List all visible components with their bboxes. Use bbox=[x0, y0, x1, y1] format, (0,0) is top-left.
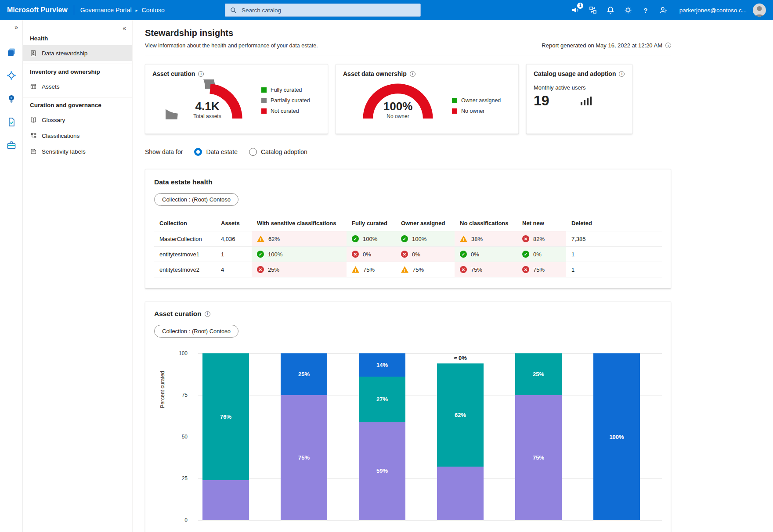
legend-swatch bbox=[452, 98, 457, 103]
legend-swatch bbox=[452, 108, 457, 114]
stacked-bar[interactable]: 76% bbox=[202, 353, 249, 520]
sidebar-item-classifications[interactable]: Classifications bbox=[23, 128, 132, 144]
rail-item-data-map[interactable] bbox=[0, 64, 23, 87]
settings-button[interactable] bbox=[621, 3, 636, 18]
radio-option-label: Catalog adoption bbox=[261, 148, 307, 155]
rail-item-data-share[interactable] bbox=[0, 133, 23, 157]
column-header[interactable]: Collection bbox=[154, 216, 216, 231]
bar-segment: 100% bbox=[593, 353, 640, 520]
asset-ownership-card: Asset data ownership i 100% No owner Own… bbox=[336, 64, 519, 134]
info-icon[interactable]: i bbox=[205, 311, 210, 317]
search-catalog-box[interactable] bbox=[225, 4, 421, 17]
rail-item-policy[interactable] bbox=[0, 110, 23, 133]
stacked-bar[interactable]: ≈ 0%62% bbox=[437, 363, 484, 520]
bar-chart-icon bbox=[580, 96, 592, 106]
sidebar-item-data-stewardship[interactable]: Data stewardship bbox=[23, 45, 132, 61]
check-icon: ✓ bbox=[401, 235, 408, 242]
bar-segment-label: 62% bbox=[455, 412, 466, 418]
radio-catalog-adoption[interactable]: Catalog adoption bbox=[249, 148, 307, 156]
curation-legend: Fully curatedPartially curatedNot curate… bbox=[261, 87, 310, 114]
table-row[interactable]: entitytestmove24✕25%!75%!75%✕75%✕75%1 bbox=[154, 262, 662, 277]
rail-item-insights[interactable] bbox=[0, 87, 23, 110]
summary-cards-row: Asset curation i 4.1K Total assets Fully… bbox=[145, 64, 671, 134]
legend-item: Fully curated bbox=[261, 87, 310, 93]
rail-item-data-catalog[interactable] bbox=[0, 40, 23, 64]
info-icon[interactable]: i bbox=[619, 71, 625, 77]
table-header-row: Collection Assets With sensitive classif… bbox=[154, 216, 662, 231]
radio-selected-icon[interactable] bbox=[194, 148, 202, 156]
table-row[interactable]: MasterCollection4,036!62%✓100%✓100%!38%✕… bbox=[154, 231, 662, 247]
app-brand[interactable]: Microsoft Purview bbox=[7, 6, 68, 14]
data-estate-health-card: Data estate health Collection : (Root) C… bbox=[145, 169, 671, 288]
info-icon[interactable]: i bbox=[410, 71, 415, 77]
radio-unselected-icon[interactable] bbox=[249, 148, 257, 156]
feedback-button[interactable] bbox=[656, 3, 671, 18]
stacked-bar[interactable]: 25%75% bbox=[281, 353, 327, 520]
table-cell: !75% bbox=[396, 262, 455, 277]
collection-filter-button[interactable]: Collection : (Root) Contoso bbox=[154, 325, 238, 338]
top-app-bar: Microsoft Purview Governance Portal ▸ Co… bbox=[0, 0, 773, 20]
question-mark-icon: ? bbox=[643, 7, 647, 14]
gridline bbox=[198, 478, 662, 479]
legend-item: Partially curated bbox=[261, 97, 310, 104]
check-icon: ✓ bbox=[522, 251, 529, 258]
policy-document-icon bbox=[7, 117, 16, 127]
announcements-button[interactable]: 1 bbox=[568, 3, 583, 18]
show-data-for-group: Show data for Data estate Catalog adopti… bbox=[145, 148, 671, 156]
column-header[interactable]: Net new bbox=[517, 216, 566, 231]
bar-segment: 75% bbox=[281, 395, 327, 520]
context-switcher-button[interactable] bbox=[585, 3, 600, 18]
stacked-bar[interactable]: 25%75% bbox=[515, 353, 562, 520]
table-cell: 1 bbox=[216, 247, 252, 262]
breadcrumb-portal[interactable]: Governance Portal bbox=[80, 7, 132, 14]
x-icon: ✕ bbox=[401, 251, 408, 258]
legend-label: Not curated bbox=[271, 108, 299, 114]
radio-data-estate[interactable]: Data estate bbox=[194, 148, 238, 156]
sidebar-item-glossary[interactable]: Glossary bbox=[23, 112, 132, 128]
collapse-sidebar-button[interactable]: « bbox=[123, 25, 126, 32]
user-email[interactable]: parkerjones@contoso.c... bbox=[679, 7, 747, 14]
gauge-label: Total assets bbox=[166, 113, 249, 119]
table-cell: ✕25% bbox=[252, 262, 347, 277]
column-header[interactable]: Owner assigned bbox=[396, 216, 455, 231]
gear-icon bbox=[624, 6, 632, 14]
column-header[interactable]: Deleted bbox=[566, 216, 662, 231]
warning-triangle-icon: ! bbox=[401, 266, 408, 273]
sidebar-section-health: Health Data stewardship bbox=[23, 31, 132, 61]
collection-filter-button[interactable]: Collection : (Root) Contoso bbox=[154, 193, 238, 206]
table-row[interactable]: entitytestmove11✓100%✕0%✕0%✓0%✓0%1 bbox=[154, 247, 662, 262]
column-header[interactable]: With sensitive classifications bbox=[252, 216, 347, 231]
expand-rail-button[interactable]: » bbox=[0, 24, 22, 35]
x-icon: ✕ bbox=[460, 266, 467, 273]
bar-segment-label: 14% bbox=[376, 362, 388, 368]
warning-triangle-icon: ! bbox=[460, 236, 467, 242]
sidebar-section-header: Inventory and ownership bbox=[23, 64, 132, 79]
stacked-bar[interactable]: 100% bbox=[593, 353, 640, 520]
monthly-active-users-value: 19 bbox=[534, 93, 549, 109]
gridline bbox=[198, 395, 662, 395]
y-tick-label: 50 bbox=[182, 434, 188, 440]
info-icon[interactable]: i bbox=[665, 43, 671, 48]
column-header[interactable]: Fully curated bbox=[347, 216, 396, 231]
sidebar-item-assets[interactable]: Assets bbox=[23, 79, 132, 94]
table-cell: ✕0% bbox=[347, 247, 396, 262]
breadcrumb-tenant[interactable]: Contoso bbox=[142, 7, 165, 14]
stacked-bar[interactable]: 14%27%59% bbox=[359, 353, 405, 520]
notifications-button[interactable] bbox=[603, 3, 618, 18]
info-icon[interactable]: i bbox=[198, 71, 204, 77]
data-map-icon bbox=[7, 71, 16, 80]
check-icon: ✓ bbox=[257, 251, 264, 258]
glossary-book-icon bbox=[30, 116, 37, 123]
collection-filter-label: Collection : (Root) Contoso bbox=[162, 328, 231, 334]
sidebar-item-sensitivity-labels[interactable]: Sensitivity labels bbox=[23, 144, 132, 159]
column-header[interactable]: No classifications bbox=[455, 216, 517, 231]
bar-segment: 25% bbox=[515, 353, 562, 395]
y-tick-label: 25 bbox=[182, 475, 188, 482]
search-input[interactable] bbox=[241, 7, 416, 14]
left-icon-rail: » bbox=[0, 20, 23, 532]
y-tick-label: 0 bbox=[184, 517, 188, 523]
column-header[interactable]: Assets bbox=[216, 216, 252, 231]
avatar[interactable] bbox=[753, 4, 766, 17]
help-button[interactable]: ? bbox=[638, 3, 653, 18]
bell-icon bbox=[606, 6, 615, 14]
